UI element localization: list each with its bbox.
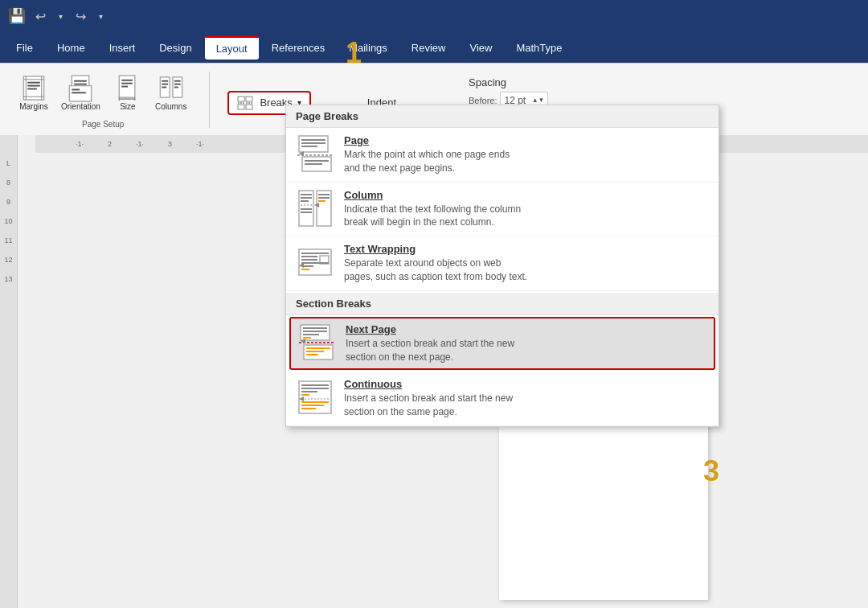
next-page-desc: Insert a section break and start the new…	[346, 337, 514, 364]
menu-design[interactable]: Design	[148, 37, 203, 59]
svg-rect-62	[301, 262, 329, 264]
svg-rect-80	[301, 391, 317, 392]
menu-home[interactable]: Home	[46, 37, 96, 59]
page-break-title: Page	[344, 134, 510, 146]
breaks-dropdown-menu: Page Breaks Page Mark th	[285, 105, 719, 427]
page-breaks-header: Page Breaks	[286, 105, 719, 128]
redo-icon[interactable]: ↪	[72, 7, 89, 26]
continuous-title: Continuous	[344, 378, 513, 390]
svg-rect-39	[301, 146, 317, 147]
text-wrapping-icon	[296, 243, 334, 281]
spacing-label: Spacing	[469, 76, 548, 88]
svg-rect-32	[238, 105, 244, 109]
text-wrapping-text: Text Wrapping Separate text around objec…	[344, 243, 527, 284]
menu-references[interactable]: References	[260, 37, 336, 59]
svg-rect-67	[303, 327, 327, 329]
svg-rect-28	[174, 83, 181, 84]
svg-rect-14	[72, 92, 87, 93]
svg-rect-69	[303, 334, 319, 335]
menu-layout[interactable]: Layout	[205, 35, 259, 60]
svg-rect-85	[301, 408, 316, 409]
menu-insert[interactable]: Insert	[98, 37, 147, 59]
quick-access-dropdown[interactable]: ▾	[96, 10, 106, 23]
svg-rect-46	[301, 194, 312, 195]
size-button[interactable]: Size	[108, 71, 147, 114]
svg-rect-9	[75, 80, 88, 81]
page-break-desc: Mark the point at which one page endsand…	[344, 148, 510, 175]
svg-rect-54	[318, 197, 330, 199]
column-break-icon	[296, 189, 334, 228]
svg-rect-37	[301, 139, 326, 141]
continuous-icon	[296, 378, 334, 417]
svg-rect-74	[306, 351, 324, 352]
svg-rect-78	[301, 384, 329, 386]
svg-rect-47	[301, 197, 312, 199]
svg-rect-84	[301, 405, 324, 406]
dropdown-item-column[interactable]: Column Indicate that the text following …	[286, 183, 719, 237]
page-break-icon	[296, 134, 334, 173]
orientation-button[interactable]: Orientation	[56, 71, 105, 114]
svg-rect-10	[75, 83, 88, 84]
dropdown-item-nextpage[interactable]: Next Page Insert a section break and sta…	[289, 317, 715, 371]
svg-rect-18	[121, 85, 128, 87]
menu-view[interactable]: View	[458, 37, 503, 59]
svg-rect-6	[27, 84, 40, 86]
svg-rect-81	[301, 394, 309, 396]
save-icon[interactable]: 💾	[8, 7, 26, 25]
text-wrapping-title: Text Wrapping	[344, 243, 527, 255]
svg-rect-59	[301, 256, 317, 257]
svg-rect-79	[301, 388, 329, 389]
step3-number: 3	[703, 454, 719, 488]
svg-rect-13	[72, 88, 80, 90]
menu-review[interactable]: Review	[400, 37, 457, 59]
svg-rect-55	[318, 200, 326, 202]
menu-file[interactable]: File	[5, 37, 44, 59]
svg-rect-52	[317, 191, 331, 226]
column-break-desc: Indicate that the text following the col…	[344, 203, 521, 230]
svg-rect-29	[174, 86, 178, 88]
column-break-text: Column Indicate that the text following …	[344, 189, 521, 230]
dropdown-item-textwrapping[interactable]: Text Wrapping Separate text around objec…	[286, 236, 719, 291]
menu-mathtype[interactable]: MathType	[505, 37, 573, 59]
svg-rect-43	[305, 163, 322, 165]
svg-rect-53	[318, 194, 330, 195]
page-setup-label: Page Setup	[82, 120, 124, 129]
continuous-text: Continuous Insert a section break and st…	[344, 378, 513, 419]
svg-rect-30	[238, 97, 244, 101]
svg-rect-27	[174, 80, 181, 81]
text-wrapping-desc: Separate text around objects on webpages…	[344, 257, 527, 284]
svg-rect-64	[301, 269, 309, 270]
svg-rect-5	[27, 81, 40, 83]
svg-rect-38	[301, 142, 326, 144]
svg-rect-12	[70, 85, 92, 101]
margins-button[interactable]: Margins	[14, 71, 53, 114]
svg-rect-51	[301, 212, 312, 213]
divider1	[209, 72, 210, 128]
svg-rect-83	[301, 401, 329, 403]
next-page-icon	[297, 323, 336, 362]
svg-rect-33	[246, 97, 252, 101]
svg-rect-58	[301, 253, 329, 254]
svg-rect-70	[303, 337, 311, 339]
section-breaks-header: Section Breaks	[286, 293, 719, 315]
dropdown-item-page[interactable]: Page Mark the point at which one page en…	[286, 128, 719, 183]
ruler-left: L 8 9 10 11 12 13	[0, 135, 18, 608]
undo-icon[interactable]: ↩	[32, 7, 49, 26]
svg-rect-61	[301, 259, 317, 261]
svg-rect-23	[162, 80, 168, 81]
page-setup-group: Margins Orientation	[8, 68, 198, 132]
svg-rect-68	[303, 331, 327, 332]
next-page-title: Next Page	[346, 323, 514, 335]
svg-rect-48	[301, 200, 309, 202]
svg-rect-75	[306, 354, 318, 355]
svg-rect-16	[121, 79, 133, 80]
svg-rect-25	[162, 86, 166, 88]
continuous-desc: Insert a section break and start the new…	[344, 392, 513, 419]
page-break-text: Page Mark the point at which one page en…	[344, 134, 510, 175]
svg-rect-42	[305, 160, 329, 162]
dropdown-item-continuous[interactable]: Continuous Insert a section break and st…	[286, 372, 719, 426]
svg-rect-17	[121, 82, 133, 84]
svg-rect-7	[27, 88, 37, 89]
columns-button[interactable]: Columns	[150, 71, 191, 114]
undo-dropdown-icon[interactable]: ▾	[55, 10, 66, 23]
